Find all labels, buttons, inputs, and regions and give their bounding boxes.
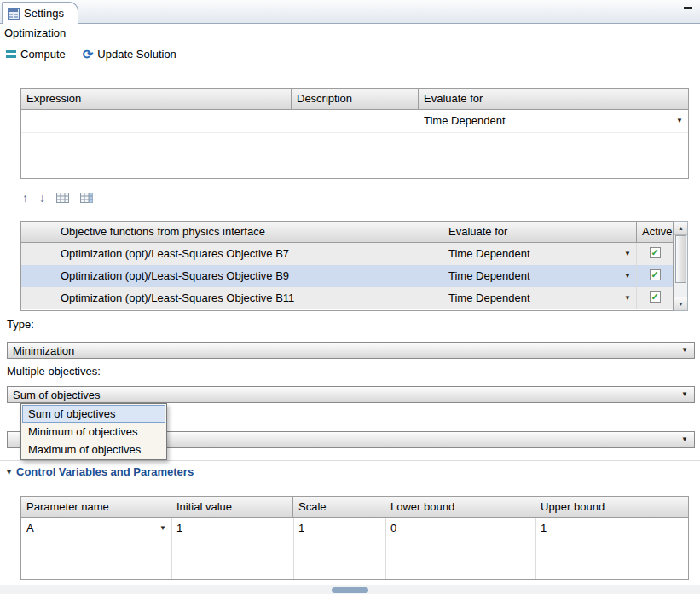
update-solution-button[interactable]: ⟳ Update Solution — [83, 48, 176, 61]
chevron-down-icon[interactable]: ▼ — [624, 251, 631, 257]
row-selector-cell[interactable] — [21, 265, 55, 287]
scroll-down-icon: ▼ — [678, 301, 684, 307]
column-divider — [535, 518, 536, 579]
col-row-selector — [21, 222, 55, 242]
col-upper-bound[interactable]: Upper bound — [535, 497, 688, 517]
tab-bar: Settings — [0, 0, 700, 24]
objective-cell[interactable]: Optimization (opt)/Least-Squares Objecti… — [55, 243, 443, 265]
chevron-down-icon: ▼ — [681, 436, 688, 443]
col-scale[interactable]: Scale — [293, 497, 385, 517]
active-checkbox[interactable]: ✓ — [650, 247, 661, 258]
chevron-down-icon[interactable]: ▼ — [624, 295, 631, 302]
parameter-name-cell-combo[interactable]: A ▼ — [21, 518, 171, 539]
chevron-down-icon[interactable]: ▼ — [676, 118, 683, 124]
evaluate-for-cell-combo[interactable]: Time Dependent ▼ — [443, 287, 637, 309]
objective-cell[interactable]: Optimization (opt)/Least-Squares Objecti… — [55, 265, 443, 287]
evaluate-for-value: Time Dependent — [448, 265, 530, 286]
chevron-down-icon[interactable]: ▼ — [624, 273, 631, 280]
move-up-button[interactable]: ↑ — [22, 192, 28, 204]
objective-row-selected[interactable]: Optimization (opt)/Least-Squares Objecti… — [21, 265, 673, 287]
multiple-objectives-option-list: Sum of objectives Minimum of objectives … — [20, 403, 167, 460]
evaluate-for-cell-combo[interactable]: Time Dependent ▼ — [443, 265, 637, 287]
scroll-up-button[interactable]: ▲ — [674, 222, 687, 235]
col-active[interactable]: Active — [637, 222, 673, 242]
parameters-table-header: Parameter name Initial value Scale Lower… — [21, 497, 688, 518]
expression-cell[interactable] — [21, 110, 292, 132]
description-cell[interactable] — [292, 110, 419, 132]
evaluate-for-cell-combo[interactable]: Time Dependent ▼ — [419, 110, 688, 132]
refresh-icon: ⟳ — [83, 48, 94, 61]
col-expression[interactable]: Expression — [21, 89, 292, 109]
horizontal-scrollbar[interactable] — [0, 585, 700, 594]
col-evaluate-for[interactable]: Evaluate for — [419, 89, 688, 109]
scale-cell[interactable]: 1 — [293, 518, 385, 539]
scroll-up-icon: ▲ — [678, 225, 684, 231]
objective-row[interactable]: Optimization (opt)/Least-Squares Objecti… — [21, 287, 673, 309]
section-header-control-variables[interactable]: ▾ Control Variables and Parameters — [7, 465, 194, 478]
collapse-triangle-icon[interactable]: ▾ — [7, 468, 11, 476]
objective-row[interactable]: Optimization (opt)/Least-Squares Objecti… — [21, 243, 673, 265]
col-evaluate-for[interactable]: Evaluate for — [443, 222, 637, 242]
table-columns-button[interactable] — [80, 193, 93, 203]
col-initial-value[interactable]: Initial value — [171, 497, 293, 517]
col-lower-bound[interactable]: Lower bound — [385, 497, 535, 517]
settings-tab-icon — [8, 8, 20, 20]
active-checkbox[interactable]: ✓ — [650, 291, 661, 303]
parameter-row[interactable]: A ▼ 1 1 0 1 — [21, 518, 688, 539]
option-sum-of-objectives[interactable]: Sum of objectives — [22, 405, 165, 423]
objective-table: Objective functions from physics interfa… — [20, 221, 674, 311]
type-dropdown[interactable]: Minimization ▼ — [7, 342, 695, 359]
objective-table-scrollbar[interactable]: ▲ ▼ — [674, 221, 688, 311]
multiple-objectives-value: Sum of objectives — [13, 389, 101, 401]
option-maximum-of-objectives[interactable]: Maximum of objectives — [22, 441, 165, 458]
column-divider — [385, 518, 386, 579]
expression-table: Expression Description Evaluate for Time… — [20, 88, 689, 179]
lower-bound-cell[interactable]: 0 — [385, 518, 535, 539]
table-action-toolbar: ↑ ↓ — [22, 189, 93, 206]
column-divider — [292, 110, 292, 178]
active-cell: ✓ — [637, 265, 673, 287]
objective-cell[interactable]: Optimization (opt)/Least-Squares Objecti… — [55, 287, 443, 309]
initial-value-cell[interactable]: 1 — [171, 518, 293, 539]
multiple-objectives-dropdown[interactable]: Sum of objectives ▼ — [7, 386, 695, 403]
tab-settings[interactable]: Settings — [2, 2, 78, 24]
evaluate-for-value: Time Dependent — [448, 243, 530, 264]
scroll-down-button[interactable]: ▼ — [674, 297, 687, 310]
type-label: Type: — [7, 318, 34, 331]
minimize-icon[interactable] — [684, 7, 692, 9]
horizontal-scrollbar-thumb[interactable] — [332, 587, 368, 593]
check-icon: ✓ — [651, 248, 658, 257]
parameter-name-value: A — [26, 518, 34, 539]
chevron-down-icon: ▼ — [681, 347, 688, 354]
section-divider — [0, 460, 700, 461]
row-selector-cell[interactable] — [21, 243, 55, 265]
expression-table-header: Expression Description Evaluate for — [21, 89, 688, 110]
settings-toolbar: Compute ⟳ Update Solution — [6, 44, 176, 63]
multiple-objectives-label: Multiple objectives: — [7, 365, 101, 378]
row-selector-cell[interactable] — [21, 287, 55, 309]
parameters-table: Parameter name Initial value Scale Lower… — [20, 496, 689, 580]
type-value: Minimization — [13, 344, 74, 357]
col-parameter-name[interactable]: Parameter name — [21, 497, 171, 517]
upper-bound-cell[interactable]: 1 — [535, 518, 688, 539]
column-divider — [171, 518, 172, 579]
col-description[interactable]: Description — [292, 89, 419, 109]
compute-label: Compute — [20, 48, 66, 61]
settings-window: Settings Optimization Compute ⟳ Update S… — [0, 0, 700, 594]
col-objective-functions[interactable]: Objective functions from physics interfa… — [55, 222, 443, 242]
clear-table-button[interactable] — [56, 193, 69, 203]
compute-icon — [6, 49, 16, 59]
evaluate-for-cell-combo[interactable]: Time Dependent ▼ — [443, 243, 637, 265]
chevron-down-icon[interactable]: ▼ — [159, 525, 166, 532]
move-down-button[interactable]: ↓ — [39, 192, 45, 204]
chevron-down-icon: ▼ — [681, 391, 688, 398]
tab-settings-label: Settings — [24, 7, 64, 20]
column-divider — [293, 518, 294, 579]
check-icon: ✓ — [651, 270, 658, 280]
scrollbar-thumb[interactable] — [675, 235, 686, 283]
active-checkbox[interactable]: ✓ — [650, 269, 661, 280]
expression-table-row[interactable]: Time Dependent ▼ — [21, 110, 688, 133]
compute-button[interactable]: Compute — [6, 48, 66, 61]
section-title: Control Variables and Parameters — [16, 465, 194, 478]
option-minimum-of-objectives[interactable]: Minimum of objectives — [22, 423, 165, 441]
